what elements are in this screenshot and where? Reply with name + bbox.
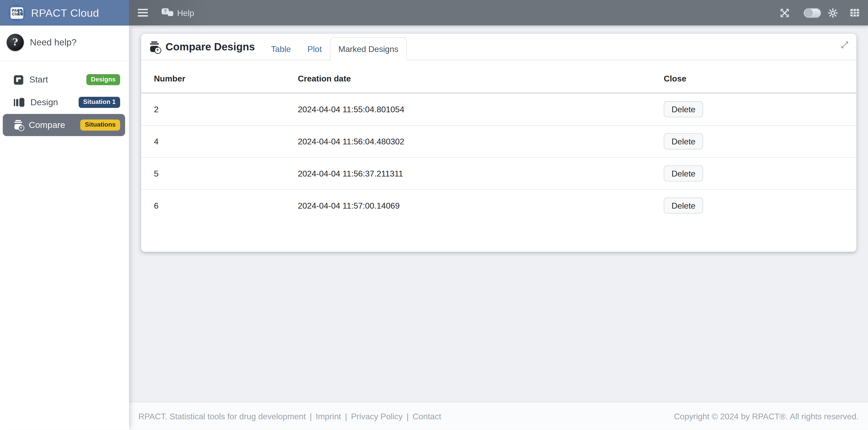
marked-designs-table: Number Creation date Close 2 2024-04-04 … (141, 60, 856, 221)
table-header-row: Number Creation date Close (141, 60, 856, 93)
footer-separator: | (345, 411, 347, 421)
theme-toggle-switch[interactable] (804, 8, 821, 18)
brand-header: R PACT Cloud RPACT Cloud (0, 0, 129, 25)
topbar-actions (780, 8, 859, 18)
need-help-link[interactable]: Need help? (0, 25, 129, 61)
sidebar-item-label: Start (29, 75, 48, 85)
footer-link-contact[interactable]: Contact (412, 411, 441, 421)
help-link[interactable]: Help (162, 8, 194, 18)
delete-button[interactable]: Delete (664, 101, 703, 117)
logo-line-2: Cloud (12, 12, 23, 16)
card-title: Compare Designs (150, 34, 255, 60)
topbar: Help (129, 0, 868, 25)
table-row: 5 2024-04-04 11:56:37.211311 Delete (141, 158, 856, 190)
column-header-number: Number (141, 60, 293, 93)
footer: RPACT. Statistical tools for drug develo… (129, 402, 868, 430)
close-cell: Delete (659, 93, 856, 125)
sidebar-divider (0, 61, 129, 61)
column-header-close: Close (659, 60, 856, 93)
footer-separator: | (310, 411, 312, 421)
table-row: 6 2024-04-04 11:57:00.14069 Delete (141, 190, 856, 221)
sidebar-item-label: Compare (29, 120, 65, 130)
sun-icon[interactable] (828, 8, 837, 18)
table-row: 2 2024-04-04 11:55:04.801054 Delete (141, 93, 856, 125)
tab-table[interactable]: Table (263, 37, 299, 60)
box-add-icon (149, 41, 159, 53)
creation-date-cell: 2024-04-04 11:55:04.801054 (293, 93, 659, 125)
delete-button[interactable]: Delete (664, 198, 703, 213)
number-cell: 6 (141, 190, 293, 221)
expand-arrows-icon[interactable] (780, 8, 789, 18)
column-header-creation-date: Creation date (293, 60, 659, 93)
creation-date-cell: 2024-04-04 11:56:37.211311 (293, 158, 659, 190)
designs-badge: Designs (87, 74, 120, 86)
flipboard-icon (14, 75, 23, 84)
brand-title: RPACT Cloud (31, 6, 99, 19)
situations-badge: Situations (81, 120, 120, 131)
close-cell: Delete (659, 190, 856, 221)
copyright-text: Copyright © 2024 by RPACT®. All rights r… (674, 411, 859, 421)
chat-question-icon (162, 8, 174, 17)
sidebar: Need help? Start Designs Design Situatio… (0, 25, 129, 430)
number-cell: 5 (141, 158, 293, 190)
tab-plot[interactable]: Plot (299, 37, 330, 60)
rpact-cloud-logo-icon: R PACT Cloud (8, 4, 26, 22)
number-cell: 4 (141, 125, 293, 158)
hamburger-menu-icon[interactable] (138, 9, 148, 17)
question-mark-circle-icon (6, 34, 24, 51)
footer-brand-link[interactable]: RPACT. Statistical tools for drug develo… (138, 411, 306, 421)
footer-link-imprint[interactable]: Imprint (316, 411, 341, 421)
diagonal-expand-icon[interactable] (841, 41, 849, 49)
main-content: Compare Designs Table Plot Marked Design… (129, 25, 868, 430)
compare-designs-card: Compare Designs Table Plot Marked Design… (141, 34, 856, 252)
footer-links: RPACT. Statistical tools for drug develo… (138, 411, 441, 421)
delete-button[interactable]: Delete (664, 166, 703, 181)
sidebar-menu: Start Designs Design Situation 1 Compare… (0, 69, 129, 136)
close-cell: Delete (659, 158, 856, 190)
delete-button[interactable]: Delete (664, 133, 703, 149)
box-add-icon (14, 120, 23, 130)
panels-icon (14, 98, 24, 107)
close-cell: Delete (659, 125, 856, 158)
sidebar-item-design[interactable]: Design Situation 1 (3, 91, 125, 113)
app-window: R PACT Cloud RPACT Cloud Help (0, 0, 868, 430)
creation-date-cell: 2024-04-04 11:56:04.480302 (293, 125, 659, 158)
help-label: Help (177, 8, 194, 18)
footer-separator: | (406, 411, 408, 421)
number-cell: 2 (141, 93, 293, 125)
sidebar-item-label: Design (31, 97, 58, 107)
card-header: Compare Designs Table Plot Marked Design… (141, 34, 856, 60)
table-cells-icon[interactable] (850, 9, 859, 17)
footer-link-privacy-policy[interactable]: Privacy Policy (351, 411, 403, 421)
creation-date-cell: 2024-04-04 11:57:00.14069 (293, 190, 659, 221)
card-tabs: Table Plot Marked Designs (263, 37, 407, 60)
sidebar-item-start[interactable]: Start Designs (3, 69, 125, 91)
table-row: 4 2024-04-04 11:56:04.480302 Delete (141, 125, 856, 158)
card-title-label: Compare Designs (165, 41, 255, 53)
situation-badge: Situation 1 (79, 97, 120, 108)
logo-box: R PACT Cloud (10, 7, 23, 19)
logo-line-1: PACT (12, 8, 23, 12)
sidebar-item-compare[interactable]: Compare Situations (3, 114, 125, 136)
need-help-label: Need help? (30, 37, 76, 47)
tab-marked-designs[interactable]: Marked Designs (330, 37, 407, 60)
